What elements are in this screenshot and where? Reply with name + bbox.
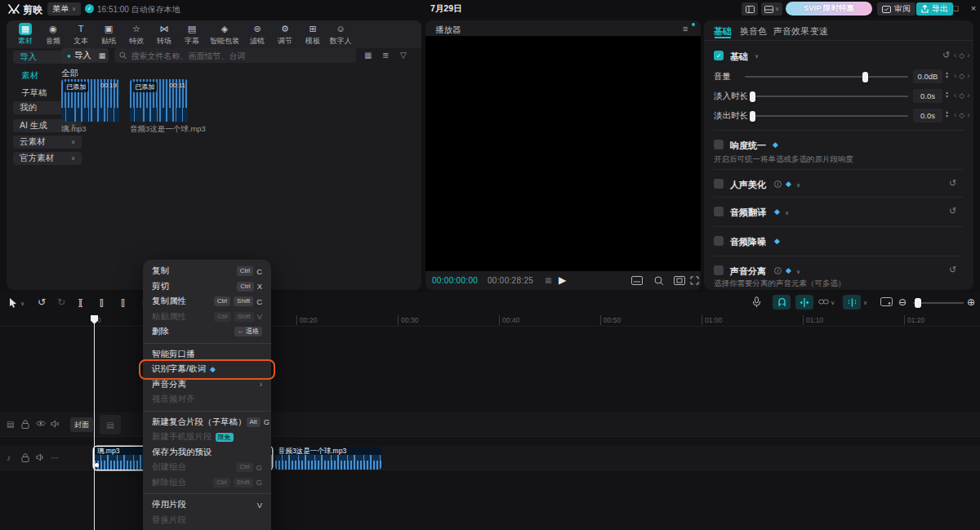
empty-clip-placeholder[interactable]: ▤ bbox=[100, 415, 121, 434]
keyframe-nav[interactable]: ‹◇› bbox=[954, 71, 970, 80]
reset-icon[interactable]: ↺ bbox=[949, 206, 956, 216]
menu-item-copy[interactable]: 复制 CtrlC bbox=[143, 264, 271, 279]
fade-out-slider[interactable] bbox=[750, 115, 908, 117]
menu-item-smart-cut[interactable]: 智能剪口播 bbox=[143, 347, 271, 363]
stepper[interactable]: ▴▾ bbox=[946, 110, 948, 118]
voice-separation-checkbox[interactable] bbox=[714, 265, 724, 275]
menu-item-copy-attributes[interactable]: 复制属性 CtrlShiftC bbox=[143, 294, 271, 310]
split-tool-icon[interactable]: ][ bbox=[78, 297, 82, 307]
filter-icon[interactable]: ▽ bbox=[400, 51, 407, 60]
keyframe-nav[interactable]: ‹◇› bbox=[954, 51, 970, 60]
sidebar-item-subdraft[interactable]: 子草稿 bbox=[21, 87, 47, 99]
audio-denoise-checkbox[interactable] bbox=[714, 236, 724, 246]
reset-icon[interactable]: ↺ bbox=[949, 178, 956, 189]
tab-text[interactable]: T文本 bbox=[69, 23, 93, 47]
play-button[interactable]: ▶ bbox=[559, 274, 566, 286]
tab-sound-effects[interactable]: 声音效果 bbox=[773, 25, 809, 38]
sidebar-group-official[interactable]: 官方素材∨ bbox=[13, 152, 82, 165]
chevron-down-icon[interactable]: ∨ bbox=[831, 300, 835, 306]
fade-out-value[interactable]: 0.0s bbox=[913, 109, 942, 122]
track-layers-icon[interactable]: ▤ bbox=[7, 420, 14, 430]
import-grid-toggle-icon[interactable]: ▦ bbox=[96, 48, 109, 63]
stepper[interactable]: ▴▾ bbox=[946, 71, 948, 79]
trim-left-tool-icon[interactable]: [| bbox=[100, 297, 103, 307]
fade-in-value[interactable]: 0.0s bbox=[913, 89, 942, 103]
keyframe-next-icon[interactable]: › bbox=[967, 51, 969, 60]
lock-icon[interactable] bbox=[21, 420, 29, 429]
keyframe-prev-icon[interactable]: ‹ bbox=[954, 51, 956, 60]
menu-item-save-preset[interactable]: 保存为我的预设 bbox=[143, 445, 271, 461]
maximize-button[interactable]: □ bbox=[950, 3, 961, 13]
screen-adapt-icon[interactable] bbox=[880, 297, 893, 306]
filter-all-label[interactable]: 全部 bbox=[61, 68, 78, 79]
tab-filter[interactable]: ⊚滤镜 bbox=[245, 23, 270, 47]
chevron-down-icon[interactable]: ∨ bbox=[796, 182, 800, 189]
speaker-icon[interactable] bbox=[36, 453, 45, 461]
redo-icon[interactable]: ↻ bbox=[57, 296, 65, 308]
panel-layout-dropdown[interactable]: ∨ bbox=[761, 2, 782, 16]
chevron-down-icon[interactable]: ∨ bbox=[20, 301, 24, 307]
layout-toggle-icon[interactable] bbox=[742, 2, 758, 16]
tab-effects[interactable]: ☆特效 bbox=[124, 23, 149, 47]
chevron-down-icon[interactable]: ∨ bbox=[796, 269, 800, 275]
timeline-zoom-out-icon[interactable]: ⊖ bbox=[898, 296, 906, 308]
view-grid-icon[interactable]: ▦ bbox=[364, 51, 372, 60]
cover-button[interactable]: 封面 bbox=[70, 417, 93, 432]
menu-button[interactable]: 菜单 ∨ bbox=[47, 2, 81, 16]
tab-adjust[interactable]: ⚙调节 bbox=[273, 23, 297, 47]
tab-sticker[interactable]: ▣贴纸 bbox=[96, 23, 121, 47]
slider-handle[interactable] bbox=[915, 298, 921, 308]
menu-item-voice-separation[interactable]: 声音分离 › bbox=[143, 377, 271, 393]
tab-digital-human[interactable]: ☺数字人 bbox=[328, 23, 353, 47]
audio-clip[interactable]: 音频3这是一个球.mp3 bbox=[275, 447, 381, 470]
tab-smart-package[interactable]: ◈智能包装 bbox=[207, 23, 242, 47]
sort-icon[interactable]: ≣ bbox=[382, 51, 389, 60]
timeline-zoom-in-icon[interactable]: ⊕ bbox=[967, 296, 975, 308]
slider-handle[interactable] bbox=[750, 91, 755, 102]
reset-icon[interactable]: ↺ bbox=[942, 50, 950, 60]
timeline-zoom-slider[interactable] bbox=[913, 302, 964, 304]
search-input[interactable] bbox=[131, 51, 351, 60]
menu-item-recognize-subtitles[interactable]: 识别字幕/歌词 ◆ bbox=[143, 362, 271, 377]
voice-beautify-checkbox[interactable] bbox=[714, 179, 724, 189]
svip-upgrade-button[interactable]: SVIP 限时特惠 bbox=[786, 2, 872, 16]
player-menu-icon[interactable]: ≡ bbox=[683, 24, 688, 33]
sidebar-item-material[interactable]: 素材 bbox=[21, 70, 38, 82]
fullscreen-icon[interactable] bbox=[690, 276, 699, 285]
tab-voice-change[interactable]: 换音色 bbox=[740, 25, 767, 38]
chevron-down-icon[interactable]: ∨ bbox=[755, 53, 759, 60]
auto-snap-icon[interactable] bbox=[795, 295, 813, 310]
tab-basic[interactable]: 基础 bbox=[714, 25, 732, 38]
fade-handle[interactable] bbox=[95, 463, 99, 467]
preview-axis-icon[interactable] bbox=[843, 295, 861, 310]
tab-template[interactable]: ⊞模板 bbox=[301, 23, 325, 47]
more-icon[interactable]: ⋯ bbox=[51, 453, 59, 463]
lock-icon[interactable] bbox=[21, 453, 29, 462]
frame-grid-icon[interactable]: ▦ bbox=[545, 276, 552, 284]
media-search[interactable] bbox=[114, 48, 356, 63]
audio-translate-checkbox[interactable] bbox=[714, 207, 724, 216]
keyframe-diamond-icon[interactable]: ◇ bbox=[959, 51, 964, 60]
close-button[interactable]: × bbox=[968, 3, 979, 13]
mute-icon[interactable] bbox=[51, 420, 60, 428]
aspect-ratio-icon[interactable] bbox=[674, 276, 685, 285]
keyframe-nav[interactable]: ‹◇› bbox=[954, 91, 970, 100]
undo-icon[interactable]: ↺ bbox=[38, 296, 46, 308]
menu-item-cut[interactable]: 剪切 CtrlX bbox=[143, 279, 271, 295]
tab-material[interactable]: ▦素材 bbox=[13, 23, 38, 47]
basic-section-checkbox[interactable]: ✓ bbox=[714, 51, 724, 60]
tab-subtitle[interactable]: ▤字幕 bbox=[180, 23, 204, 47]
keyframe-nav[interactable]: ‹◇› bbox=[954, 110, 970, 119]
audio-card[interactable]: 已添加 00:19 bbox=[61, 79, 119, 122]
fade-in-slider[interactable] bbox=[750, 96, 908, 97]
review-button[interactable]: 审阅 bbox=[877, 2, 915, 16]
linkage-icon[interactable] bbox=[818, 297, 829, 306]
preview-quality-icon[interactable] bbox=[631, 276, 643, 285]
volume-value[interactable]: 0.0dB bbox=[913, 69, 942, 83]
preview-zoom-icon[interactable] bbox=[654, 276, 664, 286]
chevron-down-icon[interactable]: ∨ bbox=[863, 300, 867, 306]
eye-icon[interactable] bbox=[36, 420, 46, 427]
main-track-magnet-icon[interactable] bbox=[773, 295, 791, 310]
record-mic-icon[interactable] bbox=[751, 296, 762, 308]
loudness-checkbox[interactable] bbox=[714, 140, 724, 149]
